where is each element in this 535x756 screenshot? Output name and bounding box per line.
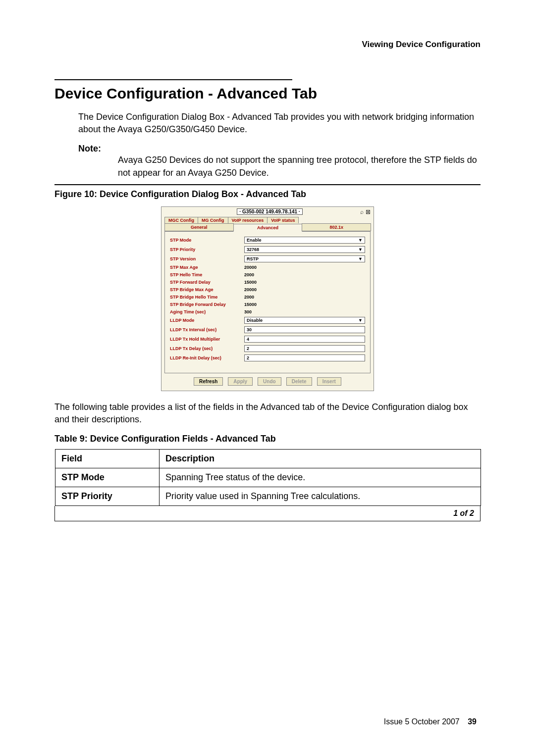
tab-mg-config[interactable]: MG Config [198,217,228,223]
select-stp-mode[interactable]: Enable ▼ [244,237,365,244]
value-stp-hello: 2000 [244,272,254,277]
input-lldp-tx-hold[interactable]: 4 [244,336,365,343]
table-caption: Table 9: Device Configuration Fields - A… [54,434,481,444]
tab-row-1: MGC Config MG Config VoIP resources VoIP… [161,217,374,223]
refresh-button[interactable]: Refresh [194,377,223,386]
input-lldp-tx-int[interactable]: 30 [244,326,365,333]
label-stp-max-age: STP Max Age [170,265,244,270]
select-stp-version[interactable]: RSTP ▼ [244,255,365,262]
tab-voip-status[interactable]: VoIP status [267,217,299,223]
input-lldp-tx-delay[interactable]: 2 [244,345,365,352]
label-stp-b-max: STP Bridge Max Age [170,287,244,292]
chevron-down-icon: ▼ [358,256,363,261]
label-lldp-mode: LLDP Mode [170,318,244,323]
fields-table: Field Description STP Mode Spanning Tree… [55,449,481,506]
chevron-down-icon: ▼ [358,247,363,252]
form-panel: STP Mode Enable ▼ STP Priority 32768 ▼ S… [164,231,371,373]
tab-row-2: General Advanced 802.1x [161,223,374,231]
tab-general[interactable]: General [164,223,234,231]
label-stp-mode: STP Mode [170,238,244,243]
tab-mgc-config[interactable]: MGC Config [164,217,198,223]
label-stp-priority: STP Priority [170,247,244,252]
table-row: STP Priority Priority value used in Span… [55,487,481,506]
th-field: Field [55,450,160,468]
value-stp-b-fwd: 15000 [244,302,257,307]
post-figure-paragraph: The following table provides a list of t… [54,401,481,426]
value-stp-fwd: 15000 [244,280,257,285]
select-stp-priority[interactable]: 32768 ▼ [244,246,365,253]
dialog-title: · G350-002 149.49.78.141 · [179,208,360,215]
chevron-down-icon: ▼ [358,238,363,243]
section-header: Viewing Device Configuration [54,40,481,50]
rule-top [54,79,292,80]
label-stp-fwd: STP Forward Delay [170,280,244,285]
table-row: STP Mode Spanning Tree status of the dev… [55,468,481,487]
undo-button[interactable]: Undo [258,377,281,386]
label-lldp-tx-int: LLDP Tx Interval (sec) [170,327,244,332]
dialog-button-bar: Refresh Apply Undo Delete Insert [161,373,374,391]
intro-paragraph: The Device Configuration Dialog Box - Ad… [78,111,481,136]
page-footer: Issue 5 October 2007 39 [384,717,477,726]
tab-advanced[interactable]: Advanced [233,224,303,232]
close-icon[interactable]: ⊠ [366,208,371,215]
label-aging: Aging Time (sec) [170,309,244,314]
value-stp-b-hello: 2000 [244,295,254,300]
help-icon[interactable]: ⌕ [360,208,364,215]
tab-voip-resources[interactable]: VoIP resources [228,217,268,223]
device-config-dialog: · G350-002 149.49.78.141 · ⌕ ⊠ MGC Confi… [161,206,374,391]
label-lldp-tx-hold: LLDP Tx Hold Multiplier [170,337,244,342]
figure-caption: Figure 10: Device Configuration Dialog B… [54,189,481,200]
page-title: Device Configuration - Advanced Tab [54,85,481,102]
table-page-indicator: 1 of 2 [54,506,481,521]
apply-button[interactable]: Apply [228,377,253,386]
label-stp-hello: STP Hello Time [170,272,244,277]
label-stp-b-fwd: STP Bridge Forward Delay [170,302,244,307]
label-stp-b-hello: STP Bridge Hello Time [170,295,244,300]
label-lldp-tx-delay: LLDP Tx Delay (sec) [170,346,244,351]
select-lldp-mode[interactable]: Disable ▼ [244,317,365,324]
rule-divider [54,184,481,185]
label-stp-version: STP Version [170,256,244,261]
note-label: Note: [78,144,481,154]
value-stp-max-age: 20000 [244,265,257,270]
input-lldp-reinit[interactable]: 2 [244,354,365,361]
tab-8021x[interactable]: 802.1x [302,223,371,231]
value-stp-b-max: 20000 [244,287,257,292]
insert-button[interactable]: Insert [317,377,341,386]
delete-button[interactable]: Delete [286,377,312,386]
value-aging: 300 [244,309,252,314]
chevron-down-icon: ▼ [358,318,363,323]
th-description: Description [160,450,481,468]
note-text: Avaya G250 Devices do not support the sp… [118,154,481,179]
label-lldp-reinit: LLDP Re-Init Delay (sec) [170,355,244,360]
